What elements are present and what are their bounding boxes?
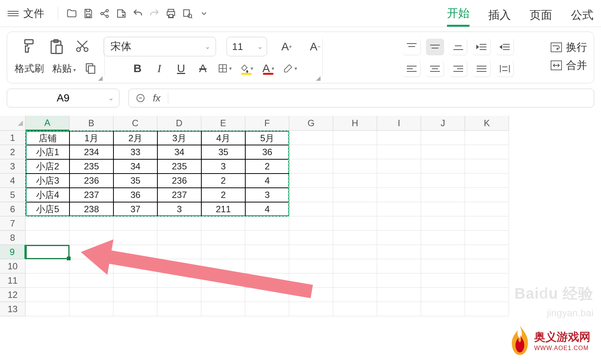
cell[interactable] xyxy=(465,174,509,188)
cell[interactable] xyxy=(421,202,465,216)
cell[interactable]: 4 xyxy=(245,174,289,188)
print-preview-icon[interactable] xyxy=(179,5,196,22)
cell[interactable] xyxy=(465,131,509,145)
cell[interactable] xyxy=(69,259,113,273)
cell[interactable] xyxy=(333,174,377,188)
cell[interactable] xyxy=(333,131,377,145)
cell[interactable] xyxy=(377,202,421,216)
cell[interactable] xyxy=(377,216,421,231)
paste-icon[interactable] xyxy=(48,38,64,55)
cell[interactable] xyxy=(465,159,509,174)
cell[interactable] xyxy=(289,245,333,259)
cell[interactable] xyxy=(421,245,465,259)
col-header[interactable]: I xyxy=(377,116,421,131)
cell[interactable] xyxy=(201,245,245,259)
spreadsheet-grid[interactable]: ABCDEFGHIJK1店铺1月2月3月4月5月2小店1234333435363… xyxy=(0,116,601,316)
cell[interactable] xyxy=(69,231,113,245)
cancel-icon[interactable] xyxy=(136,93,145,103)
cell[interactable] xyxy=(289,231,333,245)
cell[interactable] xyxy=(333,259,377,273)
col-header[interactable]: D xyxy=(157,116,201,131)
cell[interactable] xyxy=(333,188,377,202)
row-header[interactable]: 5 xyxy=(0,188,26,202)
cell[interactable] xyxy=(245,288,289,302)
share-icon[interactable] xyxy=(97,5,113,22)
cell[interactable] xyxy=(26,302,69,316)
row-header[interactable]: 6 xyxy=(0,202,26,216)
cell[interactable] xyxy=(289,131,333,145)
cell[interactable]: 236 xyxy=(157,174,201,188)
print-icon[interactable] xyxy=(163,5,179,22)
align-top-icon[interactable] xyxy=(403,39,421,55)
cell[interactable] xyxy=(26,231,69,245)
increase-font-icon[interactable]: A+ xyxy=(278,38,296,56)
cell[interactable]: 1月 xyxy=(69,131,113,145)
underline-button[interactable]: U xyxy=(172,59,190,77)
cell[interactable] xyxy=(377,245,421,259)
cell[interactable]: 小店4 xyxy=(26,188,69,202)
cell[interactable] xyxy=(333,245,377,259)
cell[interactable] xyxy=(245,302,289,316)
cell[interactable] xyxy=(421,288,465,302)
tab-start[interactable]: 开始 xyxy=(447,6,470,27)
cell[interactable] xyxy=(157,245,201,259)
bold-button[interactable]: B xyxy=(128,59,146,77)
align-right-icon[interactable] xyxy=(449,60,467,77)
cell[interactable]: 2 xyxy=(245,159,289,174)
cell[interactable]: 小店1 xyxy=(26,145,69,159)
cell[interactable]: 小店3 xyxy=(26,174,69,188)
cell[interactable] xyxy=(421,145,465,159)
col-header[interactable]: G xyxy=(289,116,333,131)
cell[interactable] xyxy=(465,288,509,302)
open-icon[interactable] xyxy=(63,5,80,22)
select-all-corner[interactable] xyxy=(0,116,26,131)
cell[interactable]: 3月 xyxy=(157,131,201,145)
cell[interactable] xyxy=(377,188,421,202)
cell[interactable]: 35 xyxy=(113,174,157,188)
cell[interactable]: 3 xyxy=(201,159,245,174)
cell[interactable] xyxy=(333,288,377,302)
row-header[interactable]: 1 xyxy=(0,131,26,145)
tab-page[interactable]: 页面 xyxy=(530,8,552,27)
cell[interactable] xyxy=(421,174,465,188)
merge-button[interactable]: 合并 xyxy=(550,58,587,72)
cell[interactable] xyxy=(377,302,421,316)
cell[interactable] xyxy=(377,288,421,302)
cell[interactable] xyxy=(245,231,289,245)
cell[interactable] xyxy=(157,259,201,273)
cell[interactable] xyxy=(465,259,509,273)
cell[interactable] xyxy=(465,245,509,259)
cell[interactable]: 2 xyxy=(201,188,245,202)
cell[interactable] xyxy=(289,216,333,231)
cell[interactable] xyxy=(245,259,289,273)
tab-formula[interactable]: 公式 xyxy=(571,8,593,27)
decrease-font-icon[interactable]: A− xyxy=(306,38,324,56)
row-header[interactable]: 7 xyxy=(0,216,26,231)
fx-label[interactable]: fx xyxy=(153,92,160,104)
row-header[interactable]: 4 xyxy=(0,174,26,188)
fill-color-button[interactable] xyxy=(237,59,255,77)
col-header[interactable]: B xyxy=(69,116,113,131)
cell[interactable] xyxy=(69,245,113,259)
row-header[interactable]: 10 xyxy=(0,259,26,273)
cell[interactable] xyxy=(69,302,113,316)
cell[interactable]: 236 xyxy=(69,174,113,188)
row-header[interactable]: 8 xyxy=(0,231,26,245)
cell[interactable] xyxy=(333,273,377,288)
font-color-button[interactable]: A xyxy=(259,59,277,77)
cell[interactable] xyxy=(377,145,421,159)
cell[interactable]: 237 xyxy=(69,188,113,202)
col-header[interactable]: A xyxy=(26,116,69,131)
cell[interactable] xyxy=(157,273,201,288)
group-launcher-icon[interactable]: ◢ xyxy=(316,74,320,82)
formula-bar[interactable]: fx xyxy=(128,89,594,107)
font-name-select[interactable]: 宋体⌄ xyxy=(103,37,216,56)
cell[interactable]: 2月 xyxy=(113,131,157,145)
paste-label[interactable]: 粘贴 xyxy=(52,62,76,75)
cell[interactable] xyxy=(113,302,157,316)
strikethrough-button[interactable]: A xyxy=(194,59,212,77)
cell[interactable]: 3 xyxy=(245,188,289,202)
cell[interactable] xyxy=(201,288,245,302)
cell[interactable]: 234 xyxy=(69,145,113,159)
decrease-indent-icon[interactable] xyxy=(473,39,491,55)
